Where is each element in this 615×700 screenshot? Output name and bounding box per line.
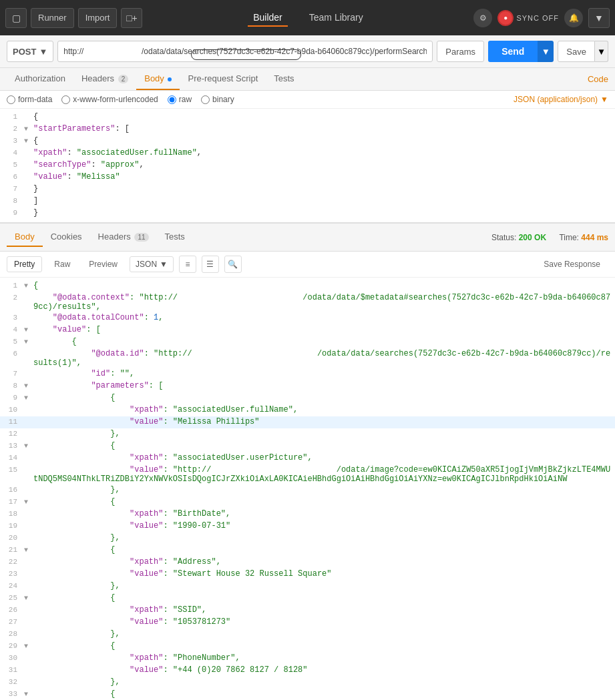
new-tab-button[interactable]: □+ <box>121 8 142 28</box>
builder-tab[interactable]: Builder <box>248 9 288 27</box>
resp-line-number: 5 <box>0 337 24 346</box>
tab-headers[interactable]: Headers 2 <box>73 68 136 90</box>
copy-response-button[interactable]: ☰ <box>202 256 219 273</box>
resp-line-code: { <box>33 593 615 603</box>
resp-tab-body[interactable]: Body <box>7 228 43 247</box>
line-arrow-icon <box>24 208 33 210</box>
headers-tab-label: Headers <box>81 73 114 83</box>
resp-line-arrow-icon <box>24 453 33 454</box>
filter-response-button[interactable]: ≡ <box>179 256 196 273</box>
line-number: 3 <box>0 136 24 145</box>
resp-line-arrow-icon: ▼ <box>24 337 33 346</box>
url-wrapper: b64060c879cc)/performSearch <box>57 41 433 62</box>
save-button[interactable]: Save <box>558 41 595 62</box>
more-options-button[interactable]: ▼ <box>588 8 610 28</box>
resp-tab-headers[interactable]: Headers 11 <box>90 228 157 247</box>
save-response-button[interactable]: Save Response <box>536 257 608 272</box>
request-line-2: 2▼"startParameters": [ <box>0 123 615 135</box>
url-input[interactable] <box>57 41 433 62</box>
save-dropdown-icon: ▼ <box>597 47 606 57</box>
preview-view-button[interactable]: Preview <box>82 257 124 272</box>
resp-line-arrow-icon: ▼ <box>24 497 33 506</box>
resp-line-code: }, <box>33 677 615 687</box>
response-line-21: 21▼ { <box>0 545 615 557</box>
time-value: 444 ms <box>581 233 608 242</box>
resp-line-number: 10 <box>0 405 24 414</box>
resp-line-number: 21 <box>0 545 24 554</box>
sidebar-toggle-button[interactable]: ▢ <box>5 8 27 28</box>
line-arrow-icon <box>24 196 33 198</box>
method-selector[interactable]: POST ▼ <box>7 41 53 62</box>
request-line-3: 3▼{ <box>0 135 615 147</box>
response-line-14: 14 "xpath": "associatedUser.userPicture"… <box>0 452 615 464</box>
resp-line-arrow-icon: ▼ <box>24 325 33 334</box>
runner-button[interactable]: Runner <box>31 8 74 28</box>
search-response-button[interactable]: 🔍 <box>224 256 242 273</box>
tab-body[interactable]: Body <box>136 68 180 90</box>
resp-line-arrow-icon <box>24 569 33 571</box>
resp-line-code: "xpath": "SSID", <box>33 605 615 615</box>
line-code: "value": "Melissa" <box>33 172 615 182</box>
team-library-tab[interactable]: Team Library <box>304 9 369 27</box>
status-value: 200 OK <box>519 233 546 242</box>
resp-line-arrow-icon <box>24 313 33 314</box>
raw-option[interactable]: raw <box>168 95 192 104</box>
form-data-radio[interactable] <box>7 95 15 104</box>
pretty-view-button[interactable]: Pretty <box>7 256 42 272</box>
response-line-29: 29▼ { <box>0 641 615 653</box>
method-label: POST <box>13 47 36 57</box>
send-main-button[interactable]: Send <box>488 41 538 62</box>
raw-view-button[interactable]: Raw <box>47 257 77 272</box>
body-tab-label: Body <box>144 73 164 83</box>
resp-line-code: { <box>33 337 615 346</box>
resp-line-arrow-icon <box>24 677 33 679</box>
binary-radio[interactable] <box>201 95 210 104</box>
url-encoded-option[interactable]: x-www-form-urlencoded <box>61 95 158 104</box>
resp-line-number: 2 <box>0 293 24 302</box>
import-button[interactable]: Import <box>78 8 118 28</box>
response-line-20: 20 }, <box>0 533 615 545</box>
resp-line-arrow-icon: ▼ <box>24 641 33 650</box>
request-line-9: 9} <box>0 208 615 220</box>
request-line-8: 8] <box>0 196 615 208</box>
response-line-26: 26 "xpath": "SSID", <box>0 605 615 617</box>
response-line-1: 1▼{ <box>0 280 615 292</box>
resp-line-number: 25 <box>0 593 24 602</box>
resp-line-number: 15 <box>0 465 24 474</box>
resp-tab-tests[interactable]: Tests <box>157 228 193 247</box>
response-line-8: 8▼ "parameters": [ <box>0 380 615 392</box>
resp-line-code: { <box>33 497 615 506</box>
response-format-selector[interactable]: JSON ▼ <box>130 256 174 272</box>
response-toolbar: Pretty Raw Preview JSON ▼ ≡ ☰ 🔍 Save Res… <box>0 252 615 278</box>
resp-tab-cookies[interactable]: Cookies <box>43 228 90 247</box>
resp-line-arrow-icon <box>24 509 33 510</box>
form-data-label: form-data <box>18 95 52 104</box>
resp-line-arrow-icon: ▼ <box>24 281 33 290</box>
resp-line-number: 30 <box>0 653 24 662</box>
resp-line-code: "parameters": [ <box>33 381 615 390</box>
params-button[interactable]: Params <box>437 41 484 62</box>
resp-headers-count: 11 <box>134 233 148 242</box>
code-link[interactable]: Code <box>588 74 608 84</box>
notification-bell-icon[interactable]: 🔔 <box>564 9 583 27</box>
json-format-selector[interactable]: JSON (application/json) ▼ <box>514 95 608 104</box>
tab-authorization[interactable]: Authorization <box>7 68 73 90</box>
binary-option[interactable]: binary <box>201 95 234 104</box>
url-encoded-radio[interactable] <box>61 95 70 104</box>
sync-button[interactable]: ● SYNC OFF <box>497 10 559 26</box>
top-navigation: ▢ Runner Import □+ Builder Team Library … <box>0 0 615 35</box>
form-data-option[interactable]: form-data <box>7 95 52 104</box>
tab-pre-request[interactable]: Pre-request Script <box>180 68 266 90</box>
resp-line-arrow-icon <box>24 349 33 350</box>
response-time: Time: 444 ms <box>559 233 608 242</box>
raw-radio[interactable] <box>168 95 176 104</box>
save-dropdown-button[interactable]: ▼ <box>595 41 608 62</box>
json-format-label: JSON (application/json) <box>514 95 598 104</box>
settings-icon-button[interactable]: ⚙ <box>473 9 492 27</box>
request-body-editor[interactable]: 1{2▼"startParameters": [3▼{4"xpath": "as… <box>0 109 615 223</box>
line-code: ] <box>33 196 615 206</box>
line-arrow-icon <box>24 148 33 149</box>
send-dropdown-button[interactable]: ▼ <box>538 41 554 62</box>
tab-tests[interactable]: Tests <box>266 68 302 90</box>
resp-line-number: 16 <box>0 485 24 494</box>
